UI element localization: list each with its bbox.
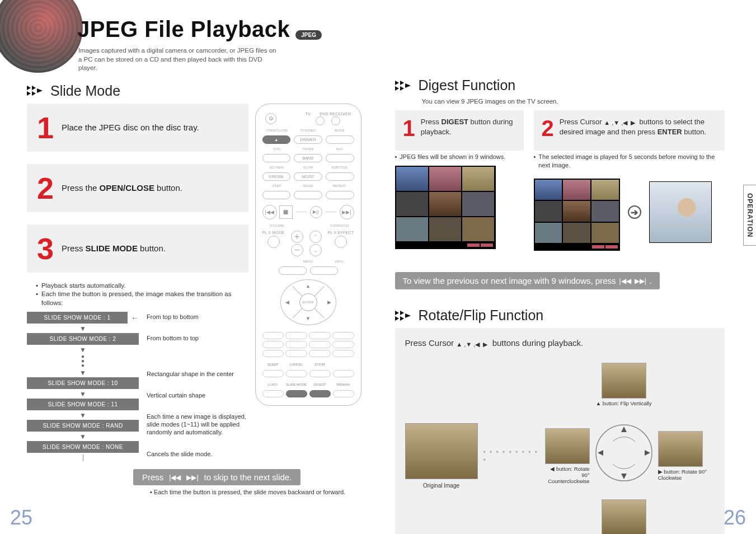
digest-key: [309, 390, 331, 397]
digest-step-1: 1 Press DIGEST button during playback.: [395, 110, 524, 151]
slide-show-mode-diagram: SLIDE SHOW MODE : 1 ← ▼ SLIDE SHOW MODE …: [27, 312, 248, 461]
original-image: [405, 423, 478, 479]
flip-vertical: ▲ button: Flip Vertically: [596, 363, 652, 406]
svg-marker-10: [395, 311, 399, 315]
svg-marker-5: [395, 81, 399, 85]
loop-arrow-icon: ←: [131, 313, 139, 322]
rotate-section-title: Rotate/Flip Function: [395, 307, 725, 324]
page-26: Digest Function You can view 9 JPEG imag…: [378, 0, 757, 534]
mode-pill-2: SLIDE SHOW MODE : 2: [27, 333, 139, 345]
thumb-grid-right: [534, 179, 620, 251]
remote-illustration: ⏻ TV DVD RECEIVER OPEN/CLOSETV/VIDEOMODE…: [255, 104, 361, 406]
svg-marker-3: [32, 91, 36, 96]
svg-marker-13: [400, 316, 404, 321]
svg-marker-14: [405, 313, 411, 318]
rotate-right: ▶ button: Rotate 90° Clockwise: [658, 431, 715, 481]
dot-line: • • • • • • • • • •: [483, 448, 539, 464]
mode-desc-1: From top to bottom: [147, 313, 248, 320]
thumb-grid-left: [395, 166, 496, 249]
skip-note: • Each time the button is pressed, the s…: [150, 489, 361, 495]
dpad: ▲ ▼ ◀ ▶ ENTER: [280, 279, 336, 325]
step-2-text: Press the OPEN/CLOSE button.: [62, 183, 182, 193]
svg-marker-9: [405, 83, 411, 88]
step-2: 2 Press the OPEN/CLOSE button.: [27, 164, 248, 212]
skip-fwd-icon: ▶▶|: [635, 277, 646, 285]
mode-pill-1: SLIDE SHOW MODE : 1: [27, 312, 128, 324]
svg-marker-18: [598, 450, 603, 456]
section-icon: [395, 308, 414, 323]
svg-marker-17: [621, 474, 627, 479]
mode-desc-none: Cancels the slide mode.: [147, 451, 248, 457]
skip-back-icon: |◀◀: [262, 205, 277, 219]
side-tab-operation: OPERATION: [743, 185, 756, 246]
mode-pill-none: SLIDE SHOW MODE : NONE: [27, 441, 139, 453]
svg-marker-0: [27, 86, 31, 90]
svg-marker-2: [27, 91, 31, 96]
arrow-right-icon: ➔: [628, 205, 641, 219]
jpeg-badge: JPEG: [295, 30, 322, 40]
digest-step-2: 2 Press Cursor ▲ ,▼ ,◀ ▶ buttons to sele…: [534, 110, 725, 151]
open-close-button: ▲: [262, 135, 291, 144]
skip-back-icon: |◀◀: [619, 277, 631, 285]
svg-marker-1: [32, 86, 36, 90]
step-3: 3 Press SLIDE MODE button.: [27, 224, 248, 273]
svg-marker-12: [395, 316, 399, 321]
rotate-left: ◀ button: Rotate 90° Counterclockwise: [545, 428, 590, 484]
skip-fwd-icon: ▶▶|: [340, 205, 354, 219]
prev-next-tip: To view the previous or next image with …: [395, 272, 660, 289]
step-3-text: Press SLIDE MODE button.: [62, 243, 166, 253]
skip-back-icon: |◀◀: [169, 474, 181, 481]
mode-desc-10: Rectangular shape in the center: [147, 371, 248, 377]
step-3-notes: •Playback starts automatically. •Each ti…: [36, 282, 248, 308]
rotate-flip-box: Press Cursor ▲ ,▼ ,◀ ▶ buttons during pl…: [395, 328, 725, 534]
slide-mode-section-title: Slide Mode: [27, 83, 361, 99]
digest-step1-note: •JPEG files will be shown in 9 windows.: [395, 153, 524, 161]
skip-tip: Press |◀◀ ▶▶| to skip to the next slide.: [133, 469, 300, 485]
step-1: 1 Place the JPEG disc on the disc tray.: [27, 104, 248, 152]
digest-subtitle: You can view 9 JPEG images on the TV scr…: [395, 98, 725, 105]
selected-image: [649, 181, 712, 243]
svg-marker-6: [400, 81, 404, 85]
svg-marker-16: [621, 427, 627, 432]
section-icon: [27, 83, 46, 98]
svg-marker-4: [37, 88, 43, 93]
step-1-text: Place the JPEG disc on the disc tray.: [62, 123, 199, 132]
digest-section-title: Digest Function: [395, 77, 725, 93]
section-icon: [395, 78, 414, 93]
slide-mode-steps: 1 Place the JPEG disc on the disc tray. …: [27, 104, 248, 462]
svg-marker-19: [645, 450, 650, 456]
dpad-arrows-icon: [593, 422, 655, 484]
page-title: JPEG File Playback: [77, 17, 290, 42]
page-number-left: 25: [10, 506, 32, 530]
slide-mode-key: [286, 390, 307, 397]
skip-fwd-icon: ▶▶|: [186, 474, 198, 481]
flip-horizontal: ▼ button: Flip Horizontally: [593, 499, 655, 534]
svg-point-15: [596, 425, 652, 481]
page-number-right: 26: [724, 506, 746, 530]
svg-marker-8: [400, 86, 404, 91]
header: JPEG File Playback JPEG Images captured …: [27, 17, 361, 73]
svg-marker-11: [400, 311, 404, 315]
rotate-instruction: Press Cursor ▲ ,▼ ,◀ ▶ buttons during pl…: [405, 338, 715, 348]
mode-pill-10: SLIDE SHOW MODE : 10: [27, 377, 139, 389]
mode-pill-11: SLIDE SHOW MODE : 11: [27, 399, 139, 410]
page-25: JPEG File Playback JPEG Images captured …: [0, 0, 378, 534]
mode-pill-rand: SLIDE SHOW MODE : RAND: [27, 420, 139, 432]
svg-marker-7: [395, 86, 399, 91]
mode-desc-rand: Each time a new image is displayed, slid…: [147, 413, 248, 436]
mode-desc-2: From bottom to top: [147, 335, 248, 341]
digest-step2-note: •The selected image is played for 5 seco…: [534, 153, 725, 170]
mode-desc-11: Vertical curtain shape: [147, 392, 248, 399]
